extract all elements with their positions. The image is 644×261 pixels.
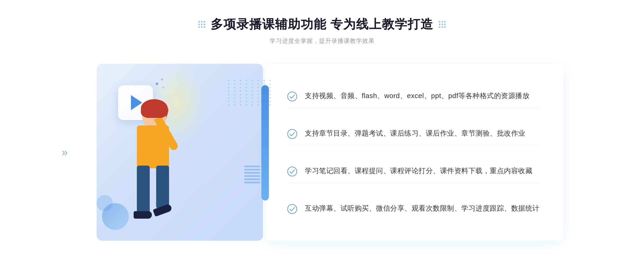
left-arrow-decoration: » — [62, 146, 68, 158]
feature-item-2: 支持章节目录、弹题考试、课后练习、课后作业、章节测验、批改作业 — [287, 122, 542, 145]
svg-point-0 — [288, 92, 297, 101]
stripe-decoration — [244, 166, 260, 192]
character-hair — [141, 99, 168, 118]
character-leg-left — [137, 166, 150, 214]
svg-point-2 — [288, 167, 297, 176]
features-panel: 支持视频、音频、flash、word、excel、ppt、pdf等各种格式的资源… — [266, 64, 564, 241]
circle-decoration-2 — [97, 195, 113, 211]
blue-vertical-bar — [261, 85, 269, 200]
page-subtitle: 学习进度全掌握，提升录播课教学效果 — [270, 37, 375, 45]
header-dots-right — [439, 21, 446, 28]
character-body — [137, 125, 169, 168]
check-icon-3 — [287, 166, 297, 177]
main-content: » — [80, 64, 564, 241]
feature-item-3: 学习笔记回看、课程提问、课程评论打分、课件资料下载，重点内容收藏 — [287, 159, 542, 183]
feature-text-4: 互动弹幕、试听购买、微信分享、观看次数限制、学习进度跟踪、数据统计 — [305, 203, 540, 214]
illustration-background — [97, 64, 263, 241]
check-icon-4 — [287, 204, 297, 214]
feature-item-4: 互动弹幕、试听购买、微信分享、观看次数限制、学习进度跟踪、数据统计 — [287, 197, 542, 220]
check-icon-2 — [287, 129, 297, 139]
left-illustration-panel: » — [80, 64, 263, 241]
feature-text-3: 学习笔记回看、课程提问、课程评论打分、课件资料下载，重点内容收藏 — [305, 165, 532, 177]
feature-text-1: 支持视频、音频、flash、word、excel、ppt、pdf等各种格式的资源… — [305, 90, 529, 102]
feature-item-1: 支持视频、音频、flash、word、excel、ppt、pdf等各种格式的资源… — [287, 84, 542, 108]
svg-point-3 — [288, 204, 297, 214]
check-icon-1 — [287, 91, 297, 102]
page-header: 多项录播课辅助功能 专为线上教学打造 — [198, 16, 446, 33]
feature-text-2: 支持章节目录、弹题考试、课后练习、课后作业、章节测验、批改作业 — [305, 128, 525, 139]
character-shoe-left — [134, 211, 152, 219]
header-dots-left — [198, 21, 205, 28]
character-leg-right — [156, 166, 169, 208]
svg-point-1 — [288, 129, 297, 139]
page-title: 多项录播课辅助功能 专为线上教学打造 — [211, 16, 434, 33]
